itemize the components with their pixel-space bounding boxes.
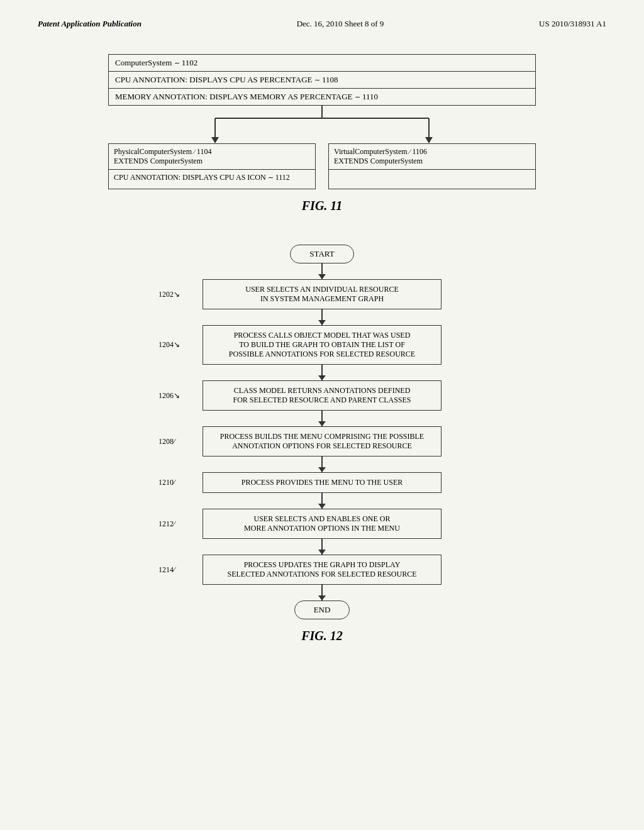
step-box-1202: USER SELECTS AN INDIVIDUAL RESOURCEIN SY… [203, 279, 441, 309]
fig11-connector-svg [108, 106, 536, 143]
header-date-sheet: Dec. 16, 2010 Sheet 8 of 9 [297, 19, 384, 29]
flow-step-1210: 1210∕ PROCESS PROVIDES THE MENU TO THE U… [158, 472, 486, 493]
flow-step-1204: 1204↘ PROCESS CALLS OBJECT MODEL THAT WA… [158, 325, 486, 365]
step-box-1212: USER SELECTS AND ENABLES ONE ORMORE ANNO… [203, 509, 441, 539]
fig11-diagram: ComputerSystem ∼ 1102 CPU ANNOTATION: DI… [108, 54, 536, 189]
page-header: Patent Application Publication Dec. 16, … [38, 19, 606, 29]
step-ref-1214: 1214∕ [158, 565, 175, 575]
flow-step-1208: 1208∕ PROCESS BUILDS THE MENU COMPRISING… [158, 426, 486, 456]
flow-step-1206: 1206↘ CLASS MODEL RETURNS ANNOTATIONS DE… [158, 380, 486, 411]
svg-marker-3 [211, 137, 219, 143]
flow-step-1214: 1214∕ PROCESS UPDATES THE GRAPH TO DISPL… [158, 555, 486, 585]
cs-title-row: ComputerSystem ∼ 1102 [109, 55, 535, 72]
step-ref-1208: 1208∕ [158, 437, 175, 446]
header-patent-number: US 2010/318931 A1 [539, 19, 606, 29]
arrow-start-1202 [321, 263, 323, 279]
fig11-label: FIG. 11 [302, 199, 342, 213]
pcs-title-row: PhysicalComputerSystem ∕ 1104 EXTENDS Co… [109, 144, 315, 170]
step-ref-1212: 1212∕ [158, 519, 175, 529]
page: Patent Application Publication Dec. 16, … [0, 0, 644, 830]
arrow-1210-1212 [321, 493, 323, 509]
step-box-1208: PROCESS BUILDS THE MENU COMPRISING THE P… [203, 426, 441, 456]
step-ref-1210: 1210∕ [158, 478, 175, 487]
arrow-1214-end [321, 585, 323, 600]
computer-system-box: ComputerSystem ∼ 1102 CPU ANNOTATION: DI… [108, 54, 536, 106]
vcs-empty-row [329, 170, 535, 189]
fig11-section: ComputerSystem ∼ 1102 CPU ANNOTATION: DI… [38, 54, 606, 213]
fig12-section: START 1202↘ USER SELECTS AN INDIVIDUAL R… [38, 245, 606, 643]
step-box-1206: CLASS MODEL RETURNS ANNOTATIONS DEFINEDF… [203, 380, 441, 411]
physical-computer-system-box: PhysicalComputerSystem ∕ 1104 EXTENDS Co… [108, 143, 316, 189]
end-oval: END [294, 600, 350, 619]
arrow-1206-1208 [321, 411, 323, 426]
vcs-title-row: VirtualComputerSystem ∕ 1106 EXTENDS Com… [329, 144, 535, 170]
flow-step-1202: 1202↘ USER SELECTS AN INDIVIDUAL RESOURC… [158, 279, 486, 309]
arrow-1208-1210 [321, 456, 323, 472]
step-ref-1204: 1204↘ [158, 340, 180, 350]
step-box-1204: PROCESS CALLS OBJECT MODEL THAT WAS USED… [203, 325, 441, 365]
step-ref-1202: 1202↘ [158, 290, 180, 299]
svg-marker-5 [425, 137, 433, 143]
flow-step-1212: 1212∕ USER SELECTS AND ENABLES ONE ORMOR… [158, 509, 486, 539]
start-oval: START [290, 245, 353, 263]
arrow-1202-1204 [321, 309, 323, 325]
cs-cpu-annotation-row: CPU ANNOTATION: DISPLAYS CPU AS PERCENTA… [109, 72, 535, 89]
cs-memory-annotation-row: MEMORY ANNOTATION: DISPLAYS MEMORY AS PE… [109, 89, 535, 105]
pcs-cpu-row: CPU ANNOTATION: DISPLAYS CPU AS ICON ∼ 1… [109, 170, 315, 189]
step-box-1210: PROCESS PROVIDES THE MENU TO THE USER [203, 472, 441, 493]
arrow-1204-1206 [321, 365, 323, 380]
step-box-1214: PROCESS UPDATES THE GRAPH TO DISPLAYSELE… [203, 555, 441, 585]
step-ref-1206: 1206↘ [158, 391, 180, 401]
virtual-computer-system-box: VirtualComputerSystem ∕ 1106 EXTENDS Com… [328, 143, 536, 189]
fig12-flowchart: START 1202↘ USER SELECTS AN INDIVIDUAL R… [158, 245, 486, 619]
fig12-label: FIG. 12 [301, 629, 343, 643]
fig11-bottom-boxes: PhysicalComputerSystem ∕ 1104 EXTENDS Co… [108, 143, 536, 189]
header-publication: Patent Application Publication [38, 19, 142, 29]
arrow-1212-1214 [321, 539, 323, 555]
